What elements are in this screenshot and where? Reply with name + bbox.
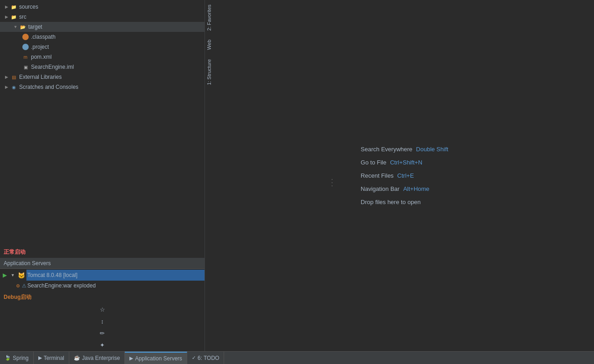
bottom-toolbar: 🍃 Spring ▶ Terminal ☕ Java Enterprise ▶ … — [0, 351, 594, 364]
expand-arrow: ▶ — [4, 14, 9, 20]
pom-icon: m — [22, 53, 29, 61]
search-everywhere-key: Double Shift — [416, 146, 448, 153]
app-servers-title: Application Servers — [4, 260, 51, 267]
vertical-tabs: 2: Favorites Web 1: Structure — [205, 0, 215, 351]
scratch-icon: ◉ — [10, 83, 17, 91]
tree-item-sources[interactable]: ▶ 📁 sources — [0, 2, 205, 12]
tree-item-classpath[interactable]: .classpath — [0, 32, 205, 42]
folder-open-icon: 📂 — [19, 23, 26, 31]
play-button[interactable]: ▶ — [0, 271, 9, 280]
expand-arrow: ▶ — [4, 84, 9, 90]
app-servers-tab-icon: ▶ — [129, 355, 133, 361]
folder-icon: 📁 — [10, 13, 17, 21]
recent-files-label: Recent Files — [361, 172, 394, 179]
search-everywhere-label: Search Everywhere — [361, 146, 412, 153]
tree-item-target[interactable]: ▼ 📂 target — [0, 22, 205, 32]
shortcut-recent-files: Recent Files Ctrl+E — [361, 172, 448, 179]
app-servers-content: ▶ ▼ 🐱 Tomcat 8.0.48 [local] ⚙ ⚠ SearchEn… — [0, 269, 205, 292]
tab-terminal[interactable]: ▶ Terminal — [34, 352, 69, 364]
tree-label: SearchEngine.iml — [31, 64, 74, 70]
app-servers-header: Application Servers — [0, 258, 205, 269]
shortcut-go-to-file: Go to File Ctrl+Shift+N — [361, 159, 448, 166]
server-expand-arrow[interactable]: ▼ — [10, 272, 15, 278]
drop-files-label: Drop files here to open — [361, 199, 421, 205]
todo-label: 6: TODO — [198, 355, 220, 361]
add-icon[interactable]: ✦ — [98, 340, 107, 349]
tomcat-icon: 🐱 — [18, 272, 25, 279]
navigation-bar-key: Alt+Home — [403, 185, 429, 192]
classpath-icon — [22, 33, 29, 41]
tab-todo[interactable]: ✓ 6: TODO — [187, 352, 225, 364]
spring-icon: 🍃 — [5, 355, 11, 361]
shortcut-navigation-bar: Navigation Bar Alt+Home — [361, 185, 448, 192]
go-to-file-key: Ctrl+Shift+N — [390, 159, 422, 166]
move-icon[interactable]: ↕ — [98, 317, 107, 326]
tree-label: target — [28, 24, 42, 30]
tree-item-project[interactable]: .project — [0, 42, 205, 52]
normal-start-status: 正常启动 — [0, 246, 205, 258]
iml-icon: ▣ — [22, 63, 29, 71]
todo-icon: ✓ — [192, 355, 196, 361]
app-servers-tab-label: Application Servers — [135, 355, 182, 362]
project-icon — [22, 43, 29, 51]
gear-icon: ⚙ — [15, 282, 21, 289]
main-area: ▶ 📁 sources ▶ 📁 src ▼ 📂 target . — [0, 0, 594, 351]
debug-start-status: Debug启动 — [0, 292, 205, 303]
navigation-bar-label: Navigation Bar — [361, 185, 399, 192]
edit-icon[interactable]: ✏ — [98, 328, 107, 338]
project-sidebar: ▶ 📁 sources ▶ 📁 src ▼ 📂 target . — [0, 0, 205, 351]
deploy-item[interactable]: ⚙ ⚠ SearchEngine:war exploded — [0, 281, 205, 291]
side-icons-panel: ☆ ↕ ✏ ✦ — [0, 303, 205, 351]
vtab-web[interactable]: Web — [205, 35, 215, 54]
tree-label: .project — [31, 44, 49, 50]
server-name-label: Tomcat 8.0.48 [local] — [27, 272, 77, 278]
tab-java-enterprise[interactable]: ☕ Java Enterprise — [69, 352, 125, 364]
vtab-favorites[interactable]: 2: Favorites — [205, 0, 215, 35]
tree-item-iml[interactable]: ▣ SearchEngine.iml — [0, 62, 205, 72]
vtab-structure[interactable]: 1: Structure — [205, 55, 215, 90]
tab-app-servers[interactable]: ▶ Application Servers — [125, 352, 187, 364]
pin-icon[interactable]: ☆ — [98, 305, 107, 314]
deploy-label: SearchEngine:war exploded — [27, 282, 96, 289]
tree-label: sources — [19, 4, 38, 10]
expand-arrow: ▶ — [4, 4, 9, 10]
expand-arrow: ▼ — [13, 24, 18, 30]
app-servers-panel: Application Servers ▶ ▼ 🐱 Tomcat 8.0.48 … — [0, 258, 205, 303]
folder-icon: 📁 — [10, 3, 17, 10]
spring-label: Spring — [13, 355, 29, 361]
terminal-icon: ▶ — [38, 355, 42, 361]
shortcut-drop-files: Drop files here to open — [361, 199, 448, 205]
terminal-label: Terminal — [44, 355, 64, 361]
server-name[interactable]: Tomcat 8.0.48 [local] — [26, 270, 205, 281]
shortcut-search-everywhere: Search Everywhere Double Shift — [361, 146, 448, 153]
recent-files-key: Ctrl+E — [397, 172, 414, 179]
warning-icon: ⚠ — [22, 283, 26, 289]
project-tree: ▶ 📁 sources ▶ 📁 src ▼ 📂 target . — [0, 0, 205, 246]
tree-item-scratches[interactable]: ▶ ◉ Scratches and Consoles — [0, 82, 205, 92]
tree-label: Scratches and Consoles — [19, 84, 78, 90]
tree-label: .classpath — [31, 34, 56, 40]
server-row[interactable]: ▶ ▼ 🐱 Tomcat 8.0.48 [local] — [0, 270, 205, 281]
tab-spring[interactable]: 🍃 Spring — [0, 352, 34, 364]
tree-label: pom.xml — [31, 54, 51, 60]
java-enterprise-label: Java Enterprise — [82, 355, 120, 361]
tree-item-src[interactable]: ▶ 📁 src — [0, 12, 205, 22]
shortcuts-container: Search Everywhere Double Shift Go to Fil… — [352, 137, 457, 215]
expand-arrow: ▶ — [4, 74, 9, 80]
main-content: Search Everywhere Double Shift Go to Fil… — [215, 0, 594, 351]
go-to-file-label: Go to File — [361, 159, 386, 166]
drag-handle: ⋮ — [328, 177, 338, 188]
ext-lib-icon: ▤ — [10, 73, 17, 81]
java-enterprise-icon: ☕ — [74, 355, 80, 361]
tree-item-ext-lib[interactable]: ▶ ▤ External Libraries — [0, 72, 205, 82]
tree-item-pom[interactable]: m pom.xml — [0, 52, 205, 62]
tree-label: External Libraries — [19, 74, 61, 80]
tree-label: src — [19, 14, 26, 20]
